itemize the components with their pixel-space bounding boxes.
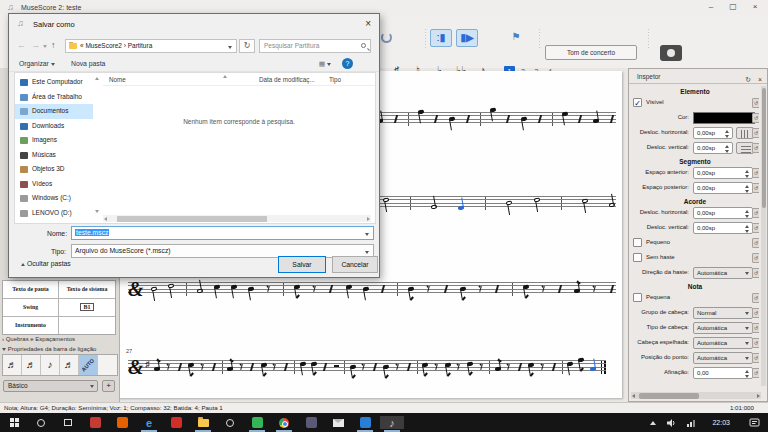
note-token[interactable] (431, 196, 438, 210)
taskbar-start-icon[interactable] (2, 416, 26, 429)
note-token[interactable] (311, 282, 318, 296)
note-token[interactable] (166, 360, 173, 374)
note-token[interactable] (197, 282, 204, 296)
note-token[interactable] (433, 360, 440, 374)
note-token[interactable] (249, 360, 256, 374)
palette-add-button[interactable]: + (102, 380, 115, 392)
note-token[interactable] (238, 360, 245, 374)
taskbar-musescore-icon[interactable]: ♪ (380, 416, 404, 429)
cancel-button[interactable]: Cancelar (332, 256, 378, 273)
search-input[interactable]: Pesquisar Partitura (259, 39, 371, 53)
column-date[interactable]: Data de modificaç... (259, 73, 315, 86)
taskbar-app-red-icon[interactable] (83, 416, 107, 429)
note-token[interactable] (294, 282, 301, 296)
note-token[interactable] (151, 282, 158, 296)
note-token[interactable] (592, 282, 599, 296)
beam-mode-empty-cell[interactable] (98, 355, 117, 375)
note-token[interactable] (478, 360, 485, 374)
color-swatch[interactable] (693, 112, 755, 124)
note-token[interactable] (406, 360, 413, 374)
note-token[interactable] (393, 112, 400, 126)
file-list-hscrollbar[interactable] (103, 215, 371, 222)
filename-input[interactable]: teste.mscz (71, 226, 374, 240)
action-center-icon[interactable] (749, 413, 760, 432)
select-field[interactable]: Automática (693, 322, 753, 334)
scroll-right-icon[interactable] (757, 394, 760, 398)
tray-expand-icon[interactable] (650, 413, 656, 432)
close-button[interactable]: × (744, 0, 766, 14)
chevron-down-icon[interactable] (228, 46, 232, 49)
note-token[interactable] (557, 282, 564, 296)
spin-field[interactable]: 0,00sp (693, 142, 733, 154)
chevron-down-icon[interactable] (365, 233, 369, 236)
note-token[interactable] (333, 360, 340, 374)
reset-icon[interactable]: ↺ (752, 268, 759, 278)
sidebar-item-Windows (C:)[interactable]: Windows (C:) (15, 191, 93, 206)
note-token[interactable] (211, 360, 218, 374)
reset-icon[interactable]: ↺ (752, 128, 759, 138)
note-token[interactable] (609, 196, 616, 210)
reset-icon[interactable]: ↺ (752, 238, 759, 248)
note-token[interactable] (456, 360, 463, 374)
note-token[interactable] (494, 282, 501, 296)
sidebar-scroll-up-icon[interactable] (95, 77, 99, 80)
note-token[interactable] (383, 360, 390, 374)
sidebar-item-Músicas[interactable]: Músicas (15, 148, 93, 163)
filetype-select[interactable]: Arquivo do MuseScore (*.mscz) (71, 244, 374, 258)
beam-mode-auto-button[interactable]: AUTO (79, 355, 98, 375)
reset-icon[interactable]: ↺ (752, 323, 759, 333)
note-token[interactable] (380, 282, 387, 296)
select-field[interactable]: Automática (693, 267, 753, 279)
note-token[interactable] (449, 112, 456, 126)
taskbar-firefox-icon[interactable] (110, 416, 134, 429)
note-token[interactable] (540, 360, 547, 374)
note-token[interactable] (506, 196, 513, 210)
note-token[interactable] (458, 196, 465, 210)
note-token[interactable] (505, 112, 512, 126)
help-icon[interactable]: ? (342, 58, 353, 69)
reset-icon[interactable]: ↺ (752, 338, 759, 348)
loop-playback-button[interactable]: ▮▶ (456, 29, 478, 47)
note-token[interactable] (528, 360, 535, 374)
note-token[interactable] (231, 282, 238, 296)
section-beam-properties[interactable]: Propriedades da barra de ligação (2, 346, 96, 352)
sidebar-item-Vídeos[interactable]: Vídeos (15, 177, 93, 192)
note-token[interactable] (199, 360, 206, 374)
scroll-left-icon[interactable] (104, 217, 107, 221)
sidebar-item-Downloads[interactable]: Downloads (15, 119, 93, 134)
note-token[interactable] (266, 282, 273, 296)
reset-icon[interactable]: ↺ (752, 168, 759, 178)
reset-icon[interactable]: ↺ (752, 253, 759, 263)
play-repeats-button[interactable]: :▮ (430, 29, 452, 47)
spin-arrows-icon[interactable] (745, 185, 750, 193)
reset-icon[interactable]: ↺ (752, 183, 759, 193)
beam-mode-0-icon[interactable]: ♬ (3, 355, 22, 375)
note-token[interactable] (562, 112, 569, 126)
reset-icon[interactable]: ↺ (752, 223, 759, 233)
taskbar-clock[interactable]: 22:03 (712, 413, 730, 432)
sidebar-item-Área de Trabalho[interactable]: Área de Trabalho (15, 90, 93, 105)
inspector-vscrollbar[interactable] (761, 86, 766, 386)
note-token[interactable] (567, 360, 574, 374)
spin-field[interactable]: 0,00sp (693, 207, 753, 219)
save-button[interactable]: Salvar (278, 256, 326, 273)
note-token[interactable] (551, 360, 558, 374)
scroll-left-icon[interactable] (632, 394, 635, 398)
checkbox-Pequena[interactable] (633, 293, 642, 302)
spin-field[interactable]: 0,00sp (693, 167, 753, 179)
note-token[interactable] (433, 112, 440, 126)
taskbar-app-green-icon[interactable] (245, 416, 269, 429)
note-token[interactable] (383, 196, 390, 210)
note-token[interactable] (394, 360, 401, 374)
note-token[interactable] (582, 196, 589, 210)
note-token[interactable] (350, 360, 357, 374)
new-folder-button[interactable]: Nova pasta (71, 60, 105, 67)
taskbar-alarms-icon[interactable] (218, 416, 242, 429)
checkbox-Visível[interactable]: ✓ (633, 98, 642, 107)
spin-field[interactable]: 0,00sp (693, 182, 753, 194)
reset-icon[interactable]: ↺ (752, 143, 759, 153)
spin-arrows-icon[interactable] (725, 145, 730, 153)
note-token[interactable] (495, 360, 502, 374)
beam-mode-2-icon[interactable]: ♪ (41, 355, 60, 375)
note-token[interactable] (577, 112, 584, 126)
